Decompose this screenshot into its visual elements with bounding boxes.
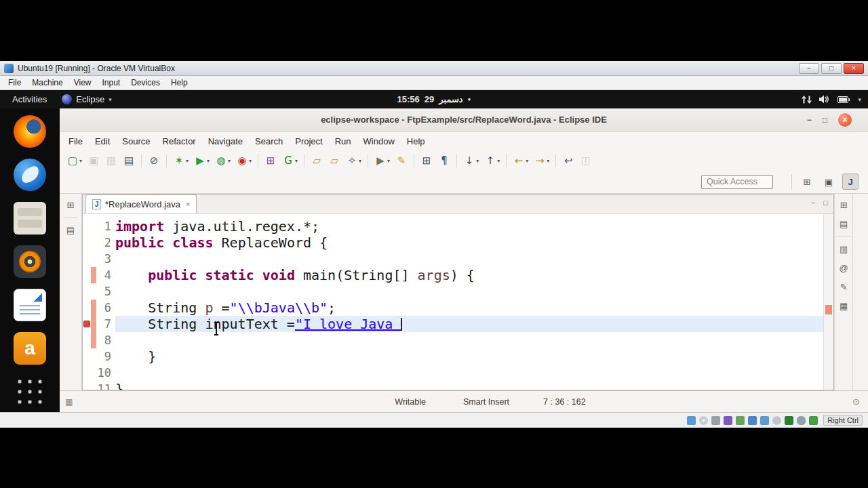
clock[interactable]: 15:56 29 دسمبر ● [397,94,471,104]
trim-stack-icon[interactable]: ▦ [65,397,73,407]
minimize-view-icon[interactable]: − [811,199,815,207]
maximize-view-icon[interactable]: □ [823,199,828,207]
vbox-menu-machine[interactable]: Machine [26,78,68,87]
dock-item-files[interactable] [11,201,49,236]
system-tray[interactable]: ▾ [802,95,861,104]
restore-right-panel-icon[interactable]: ⊞ [837,198,850,211]
debug-button[interactable]: ✶▾ [171,152,191,169]
open-resource-button[interactable]: ▱ [326,152,342,169]
code-line-2[interactable]: 2public class ReplaceWord { [83,235,823,251]
line-number[interactable]: 1 [96,218,115,235]
task-list-minimized-icon[interactable]: ▥ [837,242,850,256]
app-menu-eclipse[interactable]: Eclipse ▾ [62,94,111,104]
servers-view-minimized-icon[interactable]: ▦ [837,299,850,312]
java-perspective-button[interactable]: J [842,174,859,190]
vbox-menu-file[interactable]: File [3,78,26,87]
dock-item-firefox[interactable] [11,114,49,149]
code-area[interactable]: 1import java.util.regex.*;2public class … [83,214,823,390]
web-service-button[interactable]: G▾ [280,152,300,169]
line-number[interactable]: 9 [96,348,115,365]
eclipse-menu-source[interactable]: Source [116,136,156,146]
vbox-menu-input[interactable]: Input [97,78,126,87]
previous-annotation-button[interactable]: ↑▾ [482,152,502,169]
show-whitespace-button[interactable]: ¶ [436,152,452,169]
mylyn-connect-icon[interactable]: @ [837,261,850,274]
project-explorer-minimized-icon[interactable]: ▤ [64,223,77,237]
new-wizard-button[interactable]: ▢▾ [64,152,84,169]
profile-button[interactable]: ◉▾ [234,152,254,169]
coverage-button[interactable]: ◍▾ [213,152,233,169]
vm-hard-disk-icon[interactable] [711,416,720,425]
vbox-menu-help[interactable]: Help [165,78,193,87]
vm-mouse-icon[interactable] [797,416,806,425]
restore-left-panel-icon[interactable]: ⊞ [64,198,77,211]
eclipse-minimize-button[interactable]: − [807,115,812,125]
next-annotation-button[interactable]: ↓▾ [461,152,481,169]
code-line-9[interactable]: 9 } [83,348,823,365]
new-java-project-button[interactable]: ⊞ [262,152,279,169]
line-number[interactable]: 5 [96,283,115,300]
vm-display-icon[interactable] [687,416,696,425]
line-number[interactable]: 2 [96,235,115,251]
vbox-maximize-button[interactable]: □ [821,63,842,74]
open-perspective-button[interactable]: ⊞ [799,174,815,190]
snippets-view-minimized-icon[interactable]: ✎ [837,280,850,293]
eclipse-menu-file[interactable]: File [62,136,89,146]
code-line-10[interactable]: 10 [83,365,823,381]
dock-item-rhythmbox[interactable] [11,244,49,279]
last-edit-location-button[interactable]: ↩ [560,152,576,169]
vbox-titlebar[interactable]: Ubuntu19 [Running] - Oracle VM VirtualBo… [0,61,868,76]
code-line-1[interactable]: 1import java.util.regex.*; [83,218,823,235]
eclipse-titlebar[interactable]: eclipse-workspace - FtpExample/src/Repla… [60,108,868,131]
skip-breakpoints-button[interactable]: ⊘ [146,152,162,169]
eclipse-menu-navigate[interactable]: Navigate [202,136,249,146]
dock-item-app-grid[interactable] [11,374,49,409]
vbox-minimize-button[interactable]: − [799,63,819,74]
eclipse-menu-help[interactable]: Help [401,136,431,146]
vm-audio-icon[interactable] [724,416,732,425]
vm-keyboard-icon[interactable] [809,416,818,425]
code-line-7[interactable]: 7 String inputText ="I love Java [83,316,823,332]
overview-ruler[interactable] [823,214,833,390]
vbox-close-button[interactable]: × [844,63,864,74]
eclipse-menu-refactor[interactable]: Refactor [157,136,202,146]
outline-view-minimized-icon[interactable]: ▤ [837,217,850,230]
eclipse-menu-project[interactable]: Project [289,136,328,146]
line-number[interactable]: 10 [96,365,115,381]
code-line-11[interactable]: 11} [83,381,823,390]
dock-item-libreoffice-writer[interactable] [11,287,49,323]
open-console-button[interactable]: ▤ [121,152,137,169]
dock-item-thunderbird[interactable] [11,157,49,192]
vm-usb-icon[interactable] [748,416,757,425]
vm-network-icon[interactable] [736,416,745,425]
line-number[interactable]: 3 [96,251,115,267]
open-type-button[interactable]: ▱ [309,152,325,169]
code-line-8[interactable]: 8 [83,332,823,348]
eclipse-close-button[interactable]: × [838,113,852,127]
quick-access-field[interactable]: Quick Access [701,175,773,189]
vm-features-icon[interactable] [785,416,793,425]
line-number[interactable]: 6 [96,300,115,316]
line-number[interactable]: 4 [96,267,115,283]
vm-recording-icon[interactable] [772,416,781,425]
error-marker-icon[interactable] [83,321,90,327]
mark-occurrences-button[interactable]: ✎ [393,152,410,169]
tab-close-icon[interactable]: × [186,200,190,208]
external-tools-button[interactable]: ▶▾ [372,152,392,169]
notification-bell-icon[interactable]: ⊙ [852,396,860,407]
code-line-4[interactable]: 4 public static void main(String[] args)… [83,267,823,283]
vbox-menu-devices[interactable]: Devices [125,78,165,87]
eclipse-menu-search[interactable]: Search [249,136,289,146]
vm-shared-folders-icon[interactable] [760,416,769,425]
run-button[interactable]: ▶▾ [192,152,212,169]
code-line-5[interactable]: 5 [83,283,823,300]
search-button[interactable]: ✧▾ [344,152,363,169]
back-button[interactable]: ←▾ [511,152,530,169]
new-web-component-button[interactable]: ⊞ [418,152,435,169]
forward-button[interactable]: →▾ [532,152,551,169]
editor-tab-replaceword[interactable]: J *ReplaceWord.java × [85,195,197,213]
vm-optical-disc-icon[interactable] [699,416,708,425]
eclipse-menu-window[interactable]: Window [357,136,401,146]
dock-item-amazon[interactable]: a [11,331,49,366]
code-line-3[interactable]: 3 [83,251,823,267]
